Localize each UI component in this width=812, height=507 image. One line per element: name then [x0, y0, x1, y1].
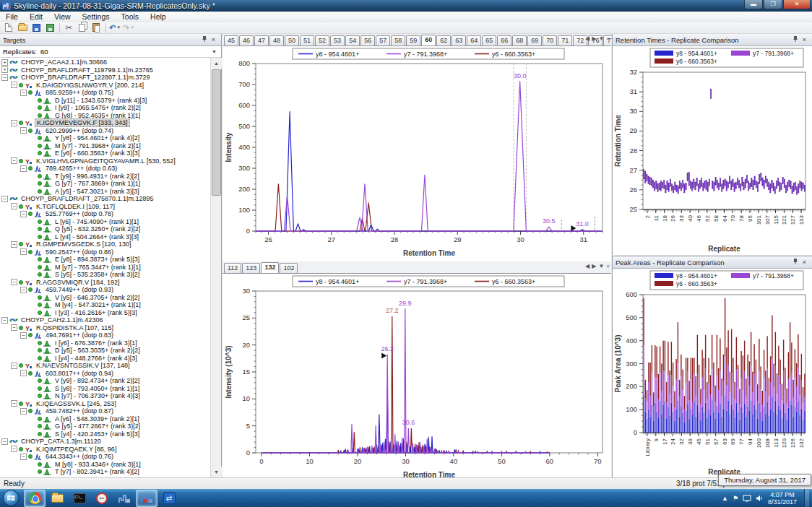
tree-row-peptide[interactable]: −YR.AGGSVMIQR.V [184, 192]	[0, 279, 210, 287]
replicate-tab-54[interactable]: 54	[345, 35, 360, 46]
collapse-icon[interactable]: −	[1, 317, 8, 324]
tree-row-precursor[interactable]: −459.7449++ (dotp 0.93)	[0, 286, 210, 294]
replicate-tab-46[interactable]: 46	[239, 35, 254, 46]
tree-row-transition[interactable]: D [y11] - 1343.6379+ (rank 4)[3]	[0, 97, 210, 105]
menu-item-tools[interactable]: Tools	[116, 12, 145, 22]
replicate-tab-123[interactable]: 123	[242, 263, 260, 273]
replicate-tab-65[interactable]: 65	[482, 35, 496, 46]
taskbar-explorer[interactable]	[46, 490, 68, 507]
close-icon[interactable]: ×	[800, 36, 809, 43]
replicate-tab-68[interactable]: 68	[512, 35, 527, 46]
peak-areas-chart[interactable]: 0100200300400500600Library91724323945515…	[613, 269, 811, 477]
action-center-flag-icon[interactable]: ⚑	[733, 495, 738, 502]
tree-row-transition[interactable]: T [y7] - 802.3941+ (rank 4)[2]	[0, 468, 210, 476]
replicate-tab-58[interactable]: 58	[391, 35, 405, 46]
tree-row-protein[interactable]: −CHOYP_BRAFLDRAFT_122807.1.1|m.3729	[0, 74, 210, 82]
collapse-icon[interactable]: −	[20, 332, 27, 339]
collapse-icon[interactable]: −	[11, 203, 17, 209]
scroll-right-icon[interactable]: ▶	[592, 263, 596, 269]
tree-row-transition[interactable]: S [y4] - 420.2453+ (rank 5)[3]	[0, 430, 210, 438]
replicate-tab-56[interactable]: 56	[360, 35, 375, 46]
chromatogram-chart-top[interactable]: 010020030040050060070080026272829303130.…	[223, 46, 611, 259]
tree-row-protein[interactable]: −CHOYP_CAH2.1.1|m.42306	[0, 316, 210, 324]
tree-row-transition[interactable]: Y [y8] - 954.4601+ (rank 4)[2]	[0, 134, 210, 142]
menu-item-help[interactable]: Help	[144, 12, 172, 22]
replicate-tab-64[interactable]: 64	[467, 35, 481, 46]
collapse-icon[interactable]: −	[20, 165, 27, 172]
tree-row-precursor[interactable]: −644.3343++ (dotp 0.76)	[0, 453, 210, 461]
publish-button[interactable]	[43, 22, 56, 33]
replicate-tab-45[interactable]: 45	[224, 35, 238, 46]
replicate-tab-48[interactable]: 48	[269, 35, 284, 46]
tree-row-precursor[interactable]: −603.8017++ (dotp 0.94)	[0, 370, 210, 378]
tree-row-transition[interactable]: Q [y5] - 632.3250+ (rank 2)[2]	[0, 225, 210, 233]
new-document-button[interactable]	[2, 22, 15, 33]
menu-item-edit[interactable]: Edit	[24, 12, 48, 22]
tree-row-transition[interactable]: S [y5] - 535.2358+ (rank 3)[2]	[0, 271, 210, 279]
undo-button[interactable]: ↶▼	[108, 22, 121, 33]
minimize-button[interactable]: ▬	[744, 0, 763, 9]
show-desktop-button[interactable]	[804, 489, 809, 507]
tree-row-transition[interactable]: I [y3] - 416.2616+ (rank 5)[3]	[0, 309, 210, 317]
replicate-tab-66[interactable]: 66	[497, 35, 511, 46]
cut-button[interactable]: ✂	[62, 22, 75, 33]
collapse-icon[interactable]: −	[20, 370, 27, 376]
copy-button[interactable]	[76, 22, 89, 33]
tree-row-precursor[interactable]: −459.7482++ (dotp 0.87)	[0, 407, 210, 415]
tree-row-precursor[interactable]: −620.2999++ (dotp 0.74)	[0, 127, 210, 135]
paste-button[interactable]	[90, 22, 103, 33]
collapse-icon[interactable]: −	[11, 324, 17, 331]
tree-row-transition[interactable]: D [y5] - 563.3035+ (rank 2)[2]	[0, 347, 210, 355]
close-tab-icon[interactable]: ×	[606, 35, 610, 42]
replicate-tab-57[interactable]: 57	[376, 35, 390, 46]
collapse-icon[interactable]: −	[11, 82, 17, 88]
tree-row-transition[interactable]: I [y4] - 448.2766+ (rank 4)[3]	[0, 355, 210, 363]
taskbar-skyline-daily[interactable]	[136, 490, 157, 507]
tree-row-protein[interactable]: −CHOYP_CATA.1.3|m.11120	[0, 438, 210, 446]
hidden-icons-icon[interactable]: ▲	[722, 495, 728, 502]
scroll-left-icon[interactable]: ◀	[585, 263, 589, 269]
collapse-icon[interactable]: −	[1, 196, 8, 202]
collapse-icon[interactable]: −	[11, 446, 17, 452]
tree-row-peptide[interactable]: −YK.IGDYMEVEGVK.F [333, 343]	[0, 119, 210, 127]
tree-row-transition[interactable]: G [y7] - 767.3869+ (rank 1)[1]	[0, 180, 210, 188]
tree-row-peptide[interactable]: −YK.IQEAGSSVK.L [245, 253]	[0, 400, 210, 408]
replicate-tab-102[interactable]: 102	[280, 263, 298, 273]
replicate-tab-112[interactable]: 112	[224, 263, 241, 273]
pin-icon[interactable]	[790, 258, 800, 266]
volume-icon[interactable]	[756, 492, 764, 505]
replicate-tab-63[interactable]: 63	[452, 35, 466, 46]
collapse-icon[interactable]: −	[20, 287, 27, 293]
scroll-left-icon[interactable]: ◀	[585, 35, 589, 42]
tree-row-precursor[interactable]: −789.4265+++ (dotp 0.63)	[0, 165, 210, 173]
close-icon[interactable]: ×	[800, 259, 809, 266]
tree-row-transition[interactable]: I [y6] - 676.3876+ (rank 3)[1]	[0, 339, 210, 347]
tree-row-transition[interactable]: T [y9] - 996.4931+ (rank 2)[2]	[0, 173, 210, 181]
close-button[interactable]: ✕	[783, 0, 811, 9]
collapse-icon[interactable]: −	[20, 248, 27, 255]
replicates-dropdown[interactable]: Replicates: 60 ▼	[0, 46, 221, 58]
scroll-right-icon[interactable]: ▶	[592, 35, 596, 42]
replicate-tab-71[interactable]: 71	[558, 35, 572, 46]
collapse-icon[interactable]: −	[20, 454, 27, 460]
tree-row-transition[interactable]: S [y8] - 793.4050+ (rank 1)[1]	[0, 385, 210, 393]
tree-row-transition[interactable]: I [y9] - 1065.5476+ (rank 2)[2]	[0, 104, 210, 112]
display-icon[interactable]	[743, 492, 751, 505]
open-file-button[interactable]	[16, 22, 29, 33]
tree-row-protein[interactable]: +CHOYP_BRAFLDRAFT_119799.1.1|m.23765	[0, 66, 210, 74]
taskbar-snipping-tool[interactable]: ✂	[91, 490, 113, 507]
tree-row-transition[interactable]: A [y5] - 547.3021+ (rank 3)[3]	[0, 188, 210, 196]
tab-menu-icon[interactable]: ▼	[598, 263, 604, 269]
save-button[interactable]	[30, 22, 43, 33]
pin-icon[interactable]	[199, 35, 209, 44]
replicate-tab-60[interactable]: 60	[421, 35, 436, 46]
taskbar-skyline[interactable]	[113, 490, 135, 507]
collapse-icon[interactable]: −	[20, 211, 27, 217]
collapse-icon[interactable]: −	[1, 438, 8, 445]
replicate-tab-69[interactable]: 69	[527, 35, 542, 46]
replicate-tab-132[interactable]: 132	[261, 262, 279, 273]
tree-row-transition[interactable]: V [y5] - 646.3705+ (rank 2)[2]	[0, 294, 210, 302]
collapse-icon[interactable]: −	[11, 279, 17, 285]
tree-row-precursor[interactable]: −590.2547++ (dotp 0.86)	[0, 248, 210, 256]
tree-row-peptide[interactable]: −YR.QSPIDISTK.A [107, 115]	[0, 324, 210, 332]
